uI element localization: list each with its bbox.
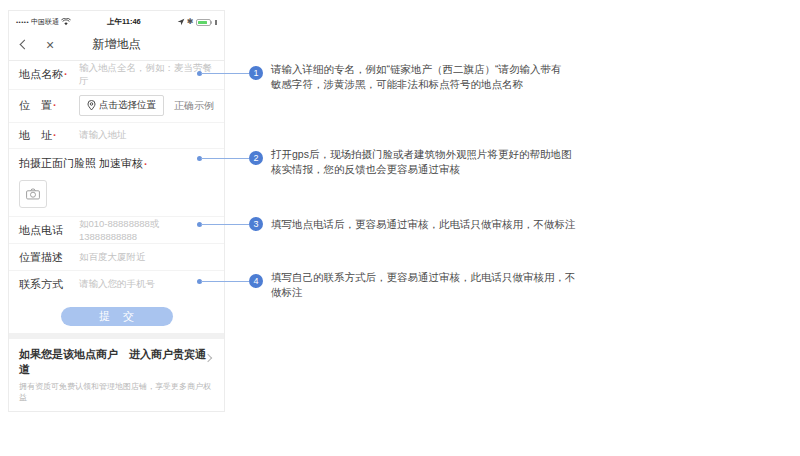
required-mark: · [53, 99, 57, 111]
annotation-text: 请输入详细的专名，例如“链家地产（西二旗店）“请勿输入带有 敏感字符，涉黄涉黑，… [271, 62, 631, 91]
pick-location-button[interactable]: 点击选择位置 [79, 95, 164, 116]
contact-input[interactable]: 请输入您的手机号 [79, 278, 155, 291]
description-input[interactable]: 如百度大厦附近 [79, 251, 146, 264]
address-label: 地 址· [19, 128, 79, 143]
wifi-icon [61, 18, 71, 26]
field-row-location: 位 置· 点击选择位置 正确示例 [9, 90, 224, 123]
carrier-label: 中国联通 [31, 17, 59, 27]
merchant-title: 如果您是该地点商户 进入商户贵宾通道 [19, 347, 214, 377]
signal-strength-icon: ••••• [16, 19, 29, 25]
camera-icon [26, 188, 40, 200]
annotation-number-badge: 4 [249, 274, 263, 288]
annotation-text: 打开gps后，现场拍摄门脸或者建筑物外观照片将更好的帮助地图 核实情报，您的反馈… [271, 147, 631, 176]
merchant-subtitle: 拥有资质可免费认领和管理地图店铺，享受更多商户权益 [19, 381, 214, 403]
annotation-number-badge: 1 [249, 66, 263, 80]
required-mark: · [64, 68, 68, 80]
map-pin-icon [87, 100, 96, 111]
battery-icon [196, 19, 211, 26]
clock-label: 上午11:46 [71, 17, 177, 27]
annotation-text: 填写地点电话后，更容易通过审核，此电话只做审核用，不做标注 [271, 217, 631, 232]
take-photo-button[interactable] [19, 180, 47, 208]
connector-line [201, 73, 249, 74]
connector-line [201, 158, 249, 159]
name-label: 地点名称· [19, 67, 79, 82]
annotation-number-badge: 3 [249, 217, 263, 231]
location-arrow-icon [177, 18, 185, 26]
description-label: 位置描述 [19, 250, 79, 265]
page-title: 新增地点 [9, 36, 224, 53]
field-row-contact: 联系方式 请输入您的手机号 [9, 271, 224, 298]
field-row-description: 位置描述 如百度大厦附近 [9, 244, 224, 271]
photo-label: 拍摄正面门脸照 加速审核· [19, 156, 214, 171]
annotation-text: 填写自己的联系方式后，更容易通过审核，此电话只做审核用，不 做标注 [271, 270, 631, 299]
address-input[interactable]: 请输入地址 [79, 129, 127, 142]
field-row-address: 地 址· 请输入地址 [9, 123, 224, 150]
location-label: 位 置· [19, 98, 79, 113]
status-right-icons: ✱ [177, 18, 217, 26]
pick-location-label: 点击选择位置 [99, 99, 156, 112]
connector-line [201, 281, 249, 282]
required-mark: · [53, 129, 57, 141]
required-mark: · [144, 158, 148, 170]
status-bar: ••••• 中国联通 上午11:46 ✱ [9, 15, 224, 30]
bluetooth-icon: ✱ [187, 18, 194, 26]
contact-label: 联系方式 [19, 277, 79, 292]
name-input[interactable]: 输入地点全名，例如：麦当劳餐厅 [79, 62, 214, 88]
submit-button[interactable]: 提 交 [61, 307, 173, 326]
merchant-entry-row[interactable]: 如果您是该地点商户 进入商户贵宾通道 拥有资质可免费认领和管理地图店铺，享受更多… [9, 339, 224, 410]
annotation-number-badge: 2 [249, 151, 263, 165]
phone-input[interactable]: 如010-88888888或13888888888 [79, 218, 214, 242]
connector-line [201, 224, 249, 225]
charging-icon [215, 20, 217, 25]
screenshot-canvas: ••••• 中国联通 上午11:46 ✱ 新增地点 × 地点名称· 输入地点全名… [0, 0, 800, 456]
phone-label: 地点电话 [19, 223, 79, 238]
field-row-phone: 地点电话 如010-88888888或13888888888 [9, 217, 224, 244]
photo-section: 拍摄正面门脸照 加速审核· [9, 149, 224, 217]
phone-mockup: ••••• 中国联通 上午11:46 ✱ 新增地点 × 地点名称· 输入地点全名… [8, 10, 225, 412]
field-row-name: 地点名称· 输入地点全名，例如：麦当劳餐厅 [9, 61, 224, 90]
nav-bar: 新增地点 × [9, 30, 224, 61]
correct-example-link[interactable]: 正确示例 [174, 99, 214, 113]
